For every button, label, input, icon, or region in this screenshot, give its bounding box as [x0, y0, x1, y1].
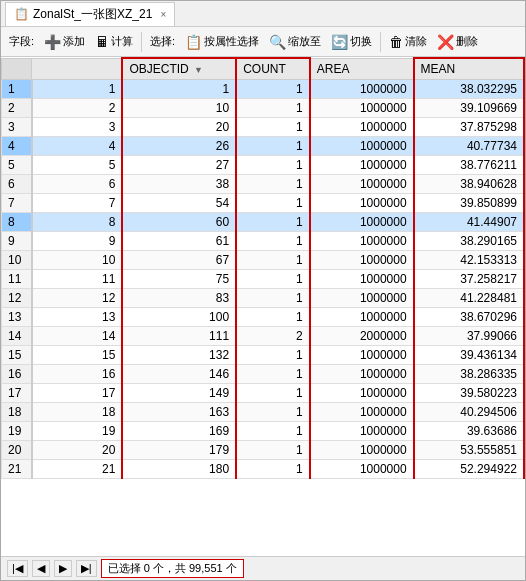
- cell-area: 1000000: [310, 175, 414, 194]
- cell-mean: 41.44907: [414, 213, 524, 232]
- cell-mean: 40.294506: [414, 403, 524, 422]
- cell-rownum: 6: [2, 175, 32, 194]
- status-bar: |◀ ◀ ▶ ▶| 已选择 0 个，共 99,551 个: [1, 556, 525, 580]
- cell-area: 1000000: [310, 403, 414, 422]
- cell-area: 1000000: [310, 118, 414, 137]
- cell-mean: 42.153313: [414, 251, 524, 270]
- cell-mean: 38.940628: [414, 175, 524, 194]
- cell-mean: 38.776211: [414, 156, 524, 175]
- cell-oid1: 4: [32, 137, 123, 156]
- cell-rownum: 17: [2, 384, 32, 403]
- cell-rownum: 4: [2, 137, 32, 156]
- cell-mean: 40.77734: [414, 137, 524, 156]
- table-row[interactable]: 13 13 100 1 1000000 38.670296: [2, 308, 525, 327]
- cell-rownum: 14: [2, 327, 32, 346]
- cell-mean: 38.032295: [414, 80, 524, 99]
- table-row[interactable]: 19 19 169 1 1000000 39.63686: [2, 422, 525, 441]
- col-header-objectid2[interactable]: OBJECTID ▼: [122, 58, 236, 80]
- table-row[interactable]: 1 1 1 1 1000000 38.032295: [2, 80, 525, 99]
- cell-oid1: 17: [32, 384, 123, 403]
- col-header-mean[interactable]: MEAN: [414, 58, 524, 80]
- cell-oid1: 15: [32, 346, 123, 365]
- cell-area: 1000000: [310, 137, 414, 156]
- clear-button[interactable]: 🗑 清除: [385, 32, 431, 52]
- cell-oid1: 1: [32, 80, 123, 99]
- table-row[interactable]: 4 4 26 1 1000000 40.77734: [2, 137, 525, 156]
- table-row[interactable]: 12 12 83 1 1000000 41.228481: [2, 289, 525, 308]
- table-row[interactable]: 20 20 179 1 1000000 53.555851: [2, 441, 525, 460]
- switch-button[interactable]: 🔄 切换: [327, 32, 376, 52]
- cell-area: 1000000: [310, 194, 414, 213]
- cell-count: 1: [236, 118, 310, 137]
- cell-rownum: 19: [2, 422, 32, 441]
- col-header-count[interactable]: COUNT: [236, 58, 310, 80]
- separator-1: [141, 32, 142, 52]
- table-row[interactable]: 11 11 75 1 1000000 37.258217: [2, 270, 525, 289]
- calc-button[interactable]: 🖩 计算: [91, 32, 137, 52]
- col-header-objectid1[interactable]: [32, 58, 123, 80]
- attr-select-button[interactable]: 📋 按属性选择: [181, 32, 263, 52]
- cell-mean: 53.555851: [414, 441, 524, 460]
- table-icon: 📋: [14, 7, 29, 21]
- table-row[interactable]: 18 18 163 1 1000000 40.294506: [2, 403, 525, 422]
- cell-oid2: 100: [122, 308, 236, 327]
- cell-count: 1: [236, 80, 310, 99]
- cell-rownum: 16: [2, 365, 32, 384]
- cell-mean: 39.63686: [414, 422, 524, 441]
- table-row[interactable]: 2 2 10 1 1000000 39.109669: [2, 99, 525, 118]
- cell-oid2: 83: [122, 289, 236, 308]
- cell-oid1: 6: [32, 175, 123, 194]
- table-row[interactable]: 17 17 149 1 1000000 39.580223: [2, 384, 525, 403]
- table-row[interactable]: 7 7 54 1 1000000 39.850899: [2, 194, 525, 213]
- cell-rownum: 8: [2, 213, 32, 232]
- cell-count: 1: [236, 365, 310, 384]
- cell-count: 1: [236, 441, 310, 460]
- table-row[interactable]: 16 16 146 1 1000000 38.286335: [2, 365, 525, 384]
- title-bar: 📋 ZonalSt_一张图XZ_21 ×: [1, 1, 525, 27]
- cell-area: 2000000: [310, 327, 414, 346]
- cell-oid2: 26: [122, 137, 236, 156]
- delete-button[interactable]: ❌ 删除: [433, 32, 482, 52]
- cell-oid1: 13: [32, 308, 123, 327]
- nav-next-button[interactable]: ▶: [54, 560, 72, 577]
- close-button[interactable]: ×: [160, 9, 166, 20]
- clear-icon: 🗑: [389, 34, 403, 50]
- table-row[interactable]: 6 6 38 1 1000000 38.940628: [2, 175, 525, 194]
- table-container[interactable]: OBJECTID ▼ COUNT AREA MEAN 1 1: [1, 57, 525, 556]
- cell-oid1: 19: [32, 422, 123, 441]
- zoom-button[interactable]: 🔍 缩放至: [265, 32, 325, 52]
- cell-oid1: 12: [32, 289, 123, 308]
- nav-first-button[interactable]: |◀: [7, 560, 28, 577]
- table-row[interactable]: 10 10 67 1 1000000 42.153313: [2, 251, 525, 270]
- cell-oid1: 8: [32, 213, 123, 232]
- cell-area: 1000000: [310, 365, 414, 384]
- title-tab[interactable]: 📋 ZonalSt_一张图XZ_21 ×: [5, 2, 175, 26]
- cell-count: 1: [236, 156, 310, 175]
- table-row[interactable]: 3 3 20 1 1000000 37.875298: [2, 118, 525, 137]
- select-label: 选择:: [146, 32, 179, 51]
- table-row[interactable]: 8 8 60 1 1000000 41.44907: [2, 213, 525, 232]
- cell-rownum: 15: [2, 346, 32, 365]
- table-row[interactable]: 21 21 180 1 1000000 52.294922: [2, 460, 525, 479]
- col-header-area[interactable]: AREA: [310, 58, 414, 80]
- table-row[interactable]: 5 5 27 1 1000000 38.776211: [2, 156, 525, 175]
- cell-rownum: 5: [2, 156, 32, 175]
- add-icon: ➕: [44, 34, 61, 50]
- table-row[interactable]: 15 15 132 1 1000000 39.436134: [2, 346, 525, 365]
- table-row[interactable]: 14 14 111 2 2000000 37.99066: [2, 327, 525, 346]
- table-row[interactable]: 9 9 61 1 1000000 38.290165: [2, 232, 525, 251]
- cell-rownum: 18: [2, 403, 32, 422]
- add-button[interactable]: ➕ 添加: [40, 32, 89, 52]
- cell-rownum: 3: [2, 118, 32, 137]
- cell-rownum: 11: [2, 270, 32, 289]
- cell-count: 1: [236, 194, 310, 213]
- nav-last-button[interactable]: ▶|: [76, 560, 97, 577]
- cell-oid2: 20: [122, 118, 236, 137]
- cell-rownum: 9: [2, 232, 32, 251]
- cell-count: 1: [236, 232, 310, 251]
- cell-count: 1: [236, 213, 310, 232]
- col-mean-label: MEAN: [421, 62, 456, 76]
- cell-mean: 37.875298: [414, 118, 524, 137]
- calc-icon: 🖩: [95, 34, 109, 50]
- nav-prev-button[interactable]: ◀: [32, 560, 50, 577]
